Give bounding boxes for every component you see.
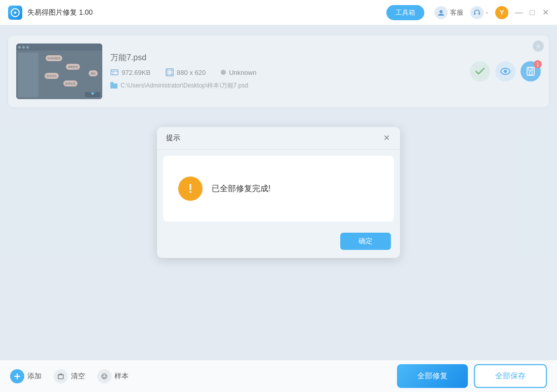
repair-all-button[interactable]: 全部修复 xyxy=(397,364,468,388)
svg-rect-3 xyxy=(479,13,480,15)
dialog-body: ! 已全部修复完成! xyxy=(163,156,394,222)
customer-service-label: 客服 xyxy=(450,8,463,17)
svg-rect-19 xyxy=(58,375,63,379)
sample-button[interactable]: 样本 xyxy=(97,369,129,383)
titlebar-actions: 客服 - Y xyxy=(434,6,508,19)
save-all-button[interactable]: 全部保存 xyxy=(474,364,547,388)
add-label: 添加 xyxy=(27,372,42,381)
notification-button[interactable]: - xyxy=(470,6,488,19)
clear-button[interactable]: 清空 xyxy=(54,369,85,383)
sample-label: 样本 xyxy=(114,372,129,381)
svg-rect-2 xyxy=(474,13,475,15)
dialog-overlay: 提示 ✕ ! 已全部修复完成! 确定 xyxy=(0,25,557,360)
headset-icon xyxy=(470,6,484,19)
dialog-icon: ! xyxy=(178,177,203,201)
svg-point-1 xyxy=(440,10,443,13)
dialog-message: 已全部修复完成! xyxy=(212,184,270,194)
main-content: 添加到图层 调整图层 图层混合 效果设置 属性 万能7.psd xyxy=(0,25,557,360)
dialog-close-button[interactable]: ✕ xyxy=(382,133,391,143)
svg-point-25 xyxy=(103,375,104,376)
bottom-bar: 添加 清空 xyxy=(0,360,557,392)
dialog-ok-button[interactable]: 确定 xyxy=(340,233,391,250)
sample-icon xyxy=(97,369,111,383)
clear-label: 清空 xyxy=(71,372,85,381)
toolbar-button[interactable]: 工具箱 xyxy=(386,5,424,20)
window-controls: — □ ✕ xyxy=(515,9,549,16)
app-title: 失易得图片修复 1.00 xyxy=(27,8,386,17)
titlebar: 失易得图片修复 1.00 工具箱 客服 - Y — xyxy=(0,0,557,25)
avatar-icon xyxy=(434,6,448,19)
bottom-left-actions: 添加 清空 xyxy=(10,369,397,383)
close-button[interactable]: ✕ xyxy=(542,9,549,16)
notification-dash: - xyxy=(486,9,488,16)
maximize-button[interactable]: □ xyxy=(529,9,536,16)
customer-service-button[interactable]: 客服 xyxy=(434,6,463,19)
dialog-footer: 确定 xyxy=(157,228,400,258)
dialog: 提示 ✕ ! 已全部修复完成! 确定 xyxy=(157,127,400,258)
bottom-right-actions: 全部修复 全部保存 xyxy=(397,364,547,388)
app-logo xyxy=(8,6,22,20)
user-avatar[interactable]: Y xyxy=(495,6,508,19)
dialog-title: 提示 xyxy=(166,134,180,143)
trash-icon xyxy=(54,369,68,383)
minimize-button[interactable]: — xyxy=(515,9,523,16)
add-file-button[interactable]: 添加 xyxy=(10,369,42,383)
add-icon xyxy=(10,369,24,383)
dialog-icon-label: ! xyxy=(188,182,192,196)
svg-point-26 xyxy=(105,375,106,376)
dialog-header: 提示 ✕ xyxy=(157,127,400,150)
